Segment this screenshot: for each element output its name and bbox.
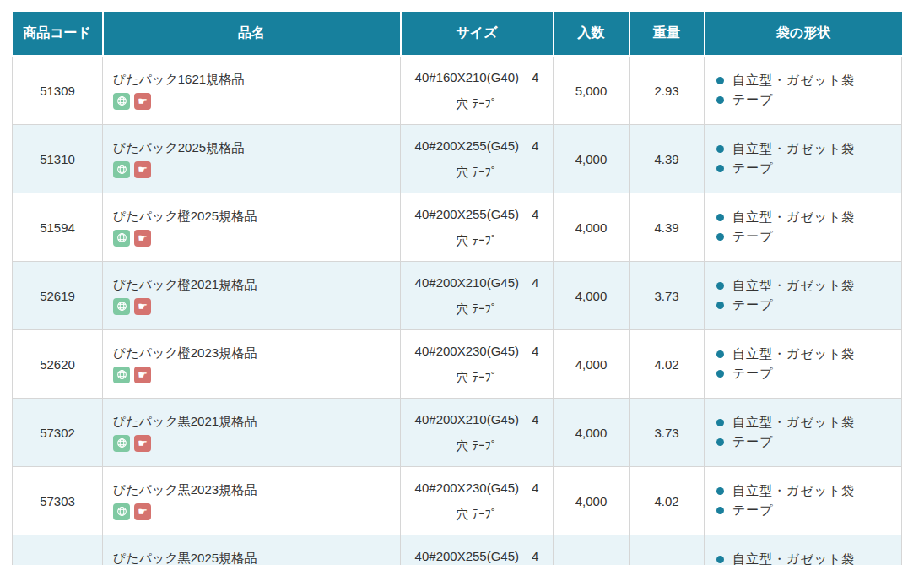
shape-item: 自立型・ガゼット袋 <box>716 346 901 362</box>
bullet-icon <box>716 419 724 426</box>
shape-item: テープ <box>716 229 901 245</box>
bag-shape-cell: 自立型・ガゼット袋 テープ <box>705 535 902 565</box>
col-header-size: サイズ <box>401 12 554 56</box>
action-icon-row: ☛ <box>113 435 390 452</box>
shape-item: テープ <box>716 366 901 382</box>
globe-icon[interactable] <box>113 230 130 247</box>
product-table: 商品コード 品名 サイズ 入数 重量 袋の形状 51309 ぴたパック1621規… <box>12 12 902 565</box>
globe-icon[interactable] <box>113 93 130 110</box>
bullet-icon <box>716 556 724 563</box>
action-icon-row: ☛ <box>113 161 390 178</box>
shape-label: 自立型・ガゼット袋 <box>732 141 855 157</box>
bullet-icon <box>716 350 724 358</box>
shape-label: テープ <box>732 160 774 177</box>
shape-label: 自立型・ガゼット袋 <box>732 278 855 294</box>
hand-pointer-icon[interactable]: ☛ <box>134 298 151 315</box>
shape-item: テープ <box>716 297 901 313</box>
globe-icon[interactable] <box>113 161 130 178</box>
product-name-cell: ぴたパック橙2021規格品 ☛ <box>103 262 401 330</box>
globe-icon[interactable] <box>113 503 130 520</box>
quantity-cell: 4,000 <box>554 262 630 330</box>
col-header-product-code: 商品コード <box>13 12 103 56</box>
table-body: 51309 ぴたパック1621規格品 ☛ 40#160X210(G40) 4 穴… <box>13 56 902 565</box>
shape-item: テープ <box>716 503 901 519</box>
quantity-cell: 4,000 <box>554 467 630 535</box>
shape-label: 自立型・ガゼット袋 <box>732 346 855 362</box>
product-name: ぴたパック橙2023規格品 <box>113 345 390 361</box>
bag-shape-cell: 自立型・ガゼット袋 テープ <box>705 399 902 467</box>
hand-pointer-icon[interactable]: ☛ <box>134 161 151 178</box>
shape-item: 自立型・ガゼット袋 <box>716 415 901 431</box>
action-icon-row: ☛ <box>113 503 390 520</box>
size-cell: 40#200X255(G45) 4 穴 ﾃｰﾌﾟ <box>401 193 554 262</box>
bag-shape-cell: 自立型・ガゼット袋 テープ <box>705 193 902 262</box>
bullet-icon <box>716 233 724 241</box>
product-code-cell: 52619 <box>13 262 103 330</box>
bag-shape-cell: 自立型・ガゼット袋 テープ <box>705 467 902 535</box>
bullet-icon <box>716 507 724 514</box>
globe-icon[interactable] <box>113 367 130 383</box>
table-row: 57304 ぴたパック黒2025規格品 ☛ 40#200X255(G45) 4 … <box>13 535 902 565</box>
shape-label: テープ <box>732 434 774 450</box>
shape-item: 自立型・ガゼット袋 <box>716 551 901 565</box>
globe-icon[interactable] <box>113 435 130 452</box>
bag-shape-cell: 自立型・ガゼット袋 テープ <box>705 330 902 399</box>
shape-item: テープ <box>716 434 901 450</box>
action-icon-row: ☛ <box>113 230 390 247</box>
shape-label: テープ <box>732 229 774 245</box>
bag-shape-cell: 自立型・ガゼット袋 テープ <box>705 262 902 330</box>
product-code-cell: 57302 <box>13 399 103 467</box>
action-icon-row: ☛ <box>113 367 390 383</box>
product-code-cell: 51594 <box>13 193 103 262</box>
size-cell: 40#200X210(G45) 4 穴 ﾃｰﾌﾟ <box>401 399 554 467</box>
product-name: ぴたパック橙2025規格品 <box>113 208 390 225</box>
product-name-cell: ぴたパック橙2025規格品 ☛ <box>103 193 401 262</box>
weight-cell: 4.39 <box>630 125 705 193</box>
product-name-cell: ぴたパック2025規格品 ☛ <box>103 125 401 193</box>
size-cell: 40#200X210(G45) 4 穴 ﾃｰﾌﾟ <box>401 262 554 330</box>
col-header-product-name: 品名 <box>103 12 401 56</box>
shape-label: テープ <box>732 503 774 519</box>
shape-item: 自立型・ガゼット袋 <box>716 209 901 225</box>
size-cell: 40#200X255(G45) 4 穴 ﾃｰﾌﾟ <box>401 125 554 193</box>
weight-cell: 4.02 <box>630 330 705 399</box>
shape-item: 自立型・ガゼット袋 <box>716 141 901 157</box>
shape-label: 自立型・ガゼット袋 <box>732 483 855 499</box>
shape-label: テープ <box>732 297 774 313</box>
bullet-icon <box>716 96 724 104</box>
shape-label: 自立型・ガゼット袋 <box>732 209 855 225</box>
hand-pointer-icon[interactable]: ☛ <box>134 93 151 110</box>
quantity-cell: 4,000 <box>554 535 630 565</box>
shape-label: テープ <box>732 92 774 108</box>
size-cell: 40#200X230(G45) 4 穴 ﾃｰﾌﾟ <box>401 467 554 535</box>
weight-cell: 3.73 <box>630 399 705 467</box>
hand-pointer-icon[interactable]: ☛ <box>134 435 151 452</box>
product-name: ぴたパック1621規格品 <box>113 71 390 88</box>
bag-shape-cell: 自立型・ガゼット袋 テープ <box>705 56 902 125</box>
bullet-icon <box>716 282 724 290</box>
quantity-cell: 5,000 <box>554 56 630 125</box>
table-row: 52619 ぴたパック橙2021規格品 ☛ 40#200X210(G45) 4 … <box>13 262 902 330</box>
bullet-icon <box>716 77 724 84</box>
hand-pointer-icon[interactable]: ☛ <box>134 367 151 383</box>
product-name: ぴたパック橙2021規格品 <box>113 276 390 293</box>
hand-pointer-icon[interactable]: ☛ <box>134 230 151 247</box>
table-row: 51310 ぴたパック2025規格品 ☛ 40#200X255(G45) 4 穴… <box>13 125 902 193</box>
shape-label: テープ <box>732 366 774 382</box>
product-name: ぴたパック黒2023規格品 <box>113 481 390 498</box>
weight-cell: 4.39 <box>630 193 705 262</box>
product-code-cell: 57303 <box>13 467 103 535</box>
bullet-icon <box>716 438 724 446</box>
quantity-cell: 4,000 <box>554 125 630 193</box>
quantity-cell: 4,000 <box>554 193 630 262</box>
bag-shape-cell: 自立型・ガゼット袋 テープ <box>705 125 902 193</box>
table-row: 51594 ぴたパック橙2025規格品 ☛ 40#200X255(G45) 4 … <box>13 193 902 262</box>
hand-pointer-icon[interactable]: ☛ <box>134 503 151 520</box>
shape-label: 自立型・ガゼット袋 <box>732 551 855 565</box>
globe-icon[interactable] <box>113 298 130 315</box>
bullet-icon <box>716 145 724 153</box>
size-cell: 40#200X255(G45) 4 穴 ﾃｰﾌﾟ <box>401 535 554 565</box>
shape-label: 自立型・ガゼット袋 <box>732 73 855 89</box>
col-header-quantity: 入数 <box>554 12 630 56</box>
col-header-weight: 重量 <box>630 12 705 56</box>
